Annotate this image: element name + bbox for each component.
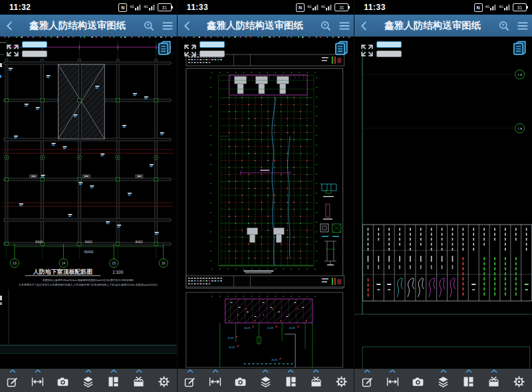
clock: 11:32	[5, 3, 31, 12]
inactive-sheet-bar[interactable]	[22, 50, 47, 57]
measure-icon	[208, 375, 222, 389]
sheet-switcher[interactable]	[200, 41, 225, 57]
svg-text:1-A: 1-A	[518, 127, 523, 130]
camera-icon	[233, 375, 247, 389]
navigation-bar: 鑫雅人防结构送审图纸	[178, 15, 354, 37]
menu-icon[interactable]	[158, 15, 177, 37]
measure-button[interactable]	[380, 369, 405, 392]
svg-text:人防地下室顶板配筋图: 人防地下室顶板配筋图	[33, 268, 92, 275]
active-sheet-bar[interactable]	[376, 41, 402, 48]
svg-text:56400: 56400	[84, 250, 93, 254]
snapshot-button[interactable]	[228, 369, 253, 392]
toolbox-icon	[309, 375, 323, 389]
bottom-toolbar	[0, 369, 177, 392]
signal-icon-sim2: 4G	[321, 4, 332, 11]
snapshot-button[interactable]	[406, 369, 431, 392]
toolbox-icon	[132, 375, 146, 389]
menu-icon[interactable]	[513, 15, 532, 37]
measure-button[interactable]	[203, 369, 228, 392]
sheet-list-button[interactable]	[510, 39, 529, 58]
battery-icon: 31	[334, 3, 348, 11]
settings-button[interactable]	[152, 369, 177, 392]
menu-icon[interactable]	[335, 15, 354, 37]
search-icon[interactable]	[140, 15, 158, 37]
nfc-icon: N	[474, 3, 483, 12]
signal-icon-sim2: 4G	[499, 4, 510, 11]
navigation-bar: 鑫雅人防结构送审图纸	[354, 15, 532, 37]
layers-icon	[259, 375, 273, 389]
drawing-canvas-2[interactable]: JL03JL03JL03JL03JL03JL03	[178, 37, 354, 369]
svg-text:凡开洞宽度尺寸及位置需与人防建筑核对后施工,人防顶板开洞口处: 凡开洞宽度尺寸及位置需与人防建筑核对后施工,人防顶板开洞口处需设附加筋上下各2φ…	[19, 283, 157, 286]
back-button[interactable]	[0, 15, 20, 37]
sheet-list-button[interactable]	[155, 39, 174, 58]
toolbox-button[interactable]	[481, 369, 507, 392]
svg-text:14: 14	[62, 261, 66, 265]
layout-button[interactable]	[278, 369, 303, 392]
settings-button[interactable]	[329, 369, 354, 392]
layers-button[interactable]	[76, 369, 101, 392]
gear-icon	[512, 375, 526, 389]
signal-icon-sim1: 4G	[307, 4, 319, 11]
gear-icon	[334, 375, 348, 389]
svg-text:1:100: 1:100	[112, 270, 124, 274]
fullscreen-button[interactable]	[183, 43, 198, 58]
blocks-icon	[462, 375, 475, 389]
fullscreen-button[interactable]	[360, 43, 374, 58]
back-button[interactable]	[178, 15, 198, 37]
toolbox-button[interactable]	[303, 369, 329, 392]
layout-button[interactable]	[101, 369, 126, 392]
markup-button[interactable]	[178, 369, 203, 392]
layout-button[interactable]	[456, 369, 481, 392]
svg-text:8400: 8400	[35, 240, 43, 244]
search-icon[interactable]	[317, 15, 335, 37]
inactive-sheet-bar[interactable]	[200, 50, 225, 57]
svg-text:本图所标注板厚均为h=250mm,楼板配筋双层双向φ14@2: 本图所标注板厚均为h=250mm,楼板配筋双层双向φ14@200,图中表示为附加…	[43, 278, 134, 282]
svg-text:JL03: JL03	[244, 326, 251, 330]
active-sheet-bar[interactable]	[22, 41, 47, 48]
status-bar: 11:32 N 4G 4G 31	[0, 0, 177, 15]
svg-text:JL03: JL03	[227, 336, 234, 340]
inactive-sheet-bar[interactable]	[376, 50, 402, 57]
drawing-canvas-3[interactable]: 1-B1-A	[354, 37, 532, 369]
svg-text:8400: 8400	[85, 240, 92, 244]
layers-button[interactable]	[253, 369, 279, 392]
toolbox-button[interactable]	[126, 369, 152, 392]
camera-icon	[411, 375, 425, 389]
svg-text:JL03: JL03	[267, 326, 273, 330]
layers-icon	[81, 375, 95, 389]
signal-icon-sim1: 4G	[485, 4, 497, 11]
bottom-toolbar	[178, 369, 354, 392]
status-bar: 11:33 N 4G 4G 31	[354, 0, 532, 15]
cad-drawing-pile-plan: JL03JL03JL03JL03JL03JL03	[178, 37, 354, 369]
bottom-toolbar	[354, 369, 532, 392]
snapshot-button[interactable]	[51, 369, 76, 392]
markup-button[interactable]	[0, 369, 25, 392]
camera-icon	[56, 375, 70, 389]
settings-button[interactable]	[507, 369, 532, 392]
page-title: 鑫雅人防结构送审图纸	[377, 19, 488, 32]
drawing-canvas-1[interactable]: 1314151684008400840056400人防地下室顶板配筋图1:100…	[0, 37, 177, 369]
clock: 11:33	[183, 3, 209, 12]
measure-button[interactable]	[25, 369, 51, 392]
layers-button[interactable]	[431, 369, 456, 392]
cad-drawing-title-block-sheet: 1-B1-A	[354, 37, 532, 369]
layers-icon	[436, 375, 450, 389]
active-sheet-bar[interactable]	[200, 41, 225, 48]
blocks-icon	[106, 375, 120, 389]
page-title: 鑫雅人防结构送审图纸	[200, 19, 311, 32]
page-title: 鑫雅人防结构送审图纸	[23, 19, 133, 32]
markup-button[interactable]	[354, 369, 380, 392]
svg-text:16: 16	[162, 261, 166, 265]
phone-panel-2: 11:33 N 4G 4G 31 鑫雅人防结构送审图纸 JL03JL03JL03…	[178, 0, 355, 392]
sheet-switcher[interactable]	[376, 41, 402, 57]
phone-panel-3: 11:33 N 4G 4G 31 鑫雅人防结构送审图纸 1-B1-A	[354, 0, 532, 392]
search-icon[interactable]	[495, 15, 513, 37]
clock: 11:33	[360, 3, 386, 12]
svg-text:JL03: JL03	[289, 326, 295, 330]
back-button[interactable]	[354, 15, 374, 37]
detail-drawings	[321, 184, 341, 265]
sheet-switcher[interactable]	[22, 41, 47, 57]
fullscreen-button[interactable]	[5, 43, 20, 58]
sheet-list-button[interactable]	[332, 39, 350, 58]
signal-icon-sim1: 4G	[130, 4, 141, 11]
